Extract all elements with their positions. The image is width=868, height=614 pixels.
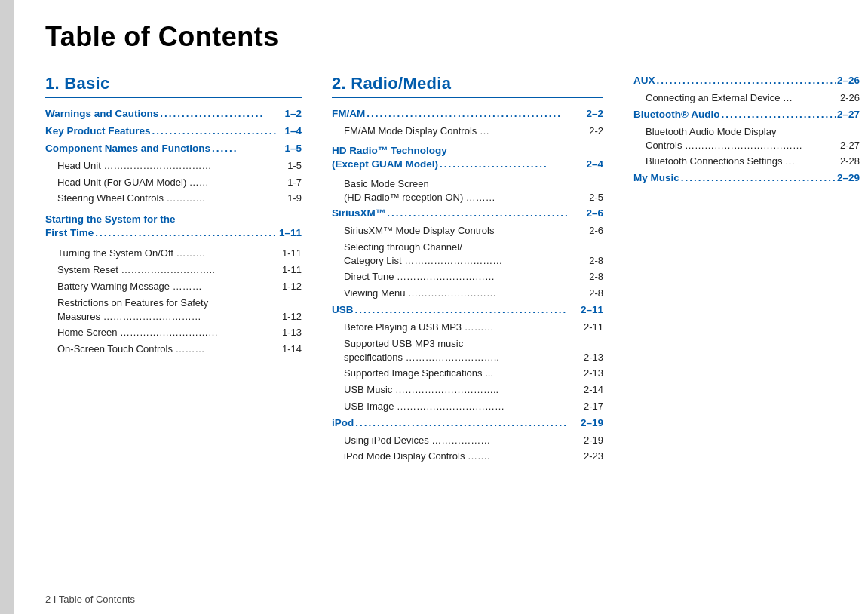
toc-steering-wheel: Steering Wheel Controls ………… 1-9 [45, 192, 302, 206]
toc-warnings-label: Warnings and Cautions [45, 107, 158, 121]
toc-fmam-sub: FM/AM Mode Display Controls … 2-2 [332, 124, 603, 139]
toc-my-music: My Music ...............................… [633, 171, 860, 186]
toc-fmam: FM/AM ..................................… [332, 107, 603, 121]
section2-heading: 2. Radio/Media [332, 74, 603, 98]
toc-siriusxm: SiriusXM™ ..............................… [332, 207, 603, 221]
toc-usb-image: USB Image …………………………… 2-17 [332, 400, 603, 414]
toc-restrictions: Restrictions on Features for Safety Meas… [45, 296, 302, 324]
toc-usb-music: USB Music ………………………….. 2-14 [332, 383, 603, 398]
section1-heading: 1. Basic [45, 74, 302, 98]
toc-direct-tune: Direct Tune ………………………… 2-8 [332, 270, 603, 284]
toc-head-unit: Head Unit …………………………… 1-5 [45, 159, 302, 173]
left-sidebar [0, 0, 14, 614]
toc-usb: USB ....................................… [332, 303, 603, 318]
col-aux-bt: AUX ....................................… [633, 74, 860, 584]
main-content: Table of Contents 1. Basic Warnings and … [0, 0, 868, 614]
toc-usb-sub3: Supported Image Specifications ... 2-13 [332, 367, 603, 381]
toc-component-names: Component Names and Functions ...... 1–5 [45, 142, 302, 156]
toc-starting-system: Starting the System for the First Time .… [45, 213, 302, 244]
columns-wrapper: 1. Basic Warnings and Cautions .........… [45, 74, 860, 584]
toc-ipod-sub2: iPod Mode Display Controls ……. 2-23 [332, 450, 603, 464]
toc-battery-warning: Battery Warning Message ……… 1-12 [45, 280, 302, 294]
page: Table of Contents 1. Basic Warnings and … [0, 0, 868, 614]
toc-key-features: Key Product Features ...................… [45, 124, 302, 139]
toc-hd-radio-sub: Basic Mode Screen (HD Radio™ reception O… [332, 177, 603, 204]
toc-bt-sub1: Bluetooth Audio Mode Display Controls ……… [633, 125, 860, 152]
col-basic: 1. Basic Warnings and Cautions .........… [45, 74, 302, 584]
toc-head-unit-guam: Head Unit (For GUAM Model) …… 1-7 [45, 176, 302, 190]
toc-aux: AUX ....................................… [633, 74, 860, 88]
toc-touch-controls: On-Screen Touch Controls ……… 1-14 [45, 342, 302, 357]
toc-component-label: Component Names and Functions [45, 142, 210, 156]
toc-bt-audio: Bluetooth® Audio .......................… [633, 108, 860, 122]
toc-warnings: Warnings and Cautions ..................… [45, 107, 302, 121]
toc-aux-sub: Connecting an External Device … 2-26 [633, 91, 860, 106]
col-radio-media: 2. Radio/Media FM/AM ...................… [332, 74, 603, 584]
toc-bt-sub2: Bluetooth Connections Settings … 2-28 [633, 155, 860, 169]
toc-usb-sub2: Supported USB MP3 music specifications …… [332, 337, 603, 364]
page-title: Table of Contents [45, 21, 860, 53]
toc-key-features-label: Key Product Features [45, 124, 151, 139]
page-footer: 2 I Table of Contents [45, 594, 135, 605]
toc-home-screen: Home Screen ………………………… 1-13 [45, 326, 302, 340]
toc-ipod-sub1: Using iPod Devices ……………… 2-19 [332, 434, 603, 448]
toc-system-reset: System Reset ……………………….. 1-11 [45, 263, 302, 278]
toc-siriusxm-sub2: Selecting through Channel/ Category List… [332, 241, 603, 268]
toc-turning-on: Turning the System On/Off ……… 1-11 [45, 247, 302, 261]
toc-ipod: iPod ...................................… [332, 416, 603, 431]
toc-siriusxm-sub1: SiriusXM™ Mode Display Controls 2-6 [332, 224, 603, 238]
toc-hd-radio: HD Radio™ Technology (Except GUAM Model)… [332, 144, 603, 175]
toc-usb-sub1: Before Playing a USB MP3 ……… 2-11 [332, 321, 603, 335]
toc-viewing-menu: Viewing Menu ……………………… 2-8 [332, 287, 603, 301]
